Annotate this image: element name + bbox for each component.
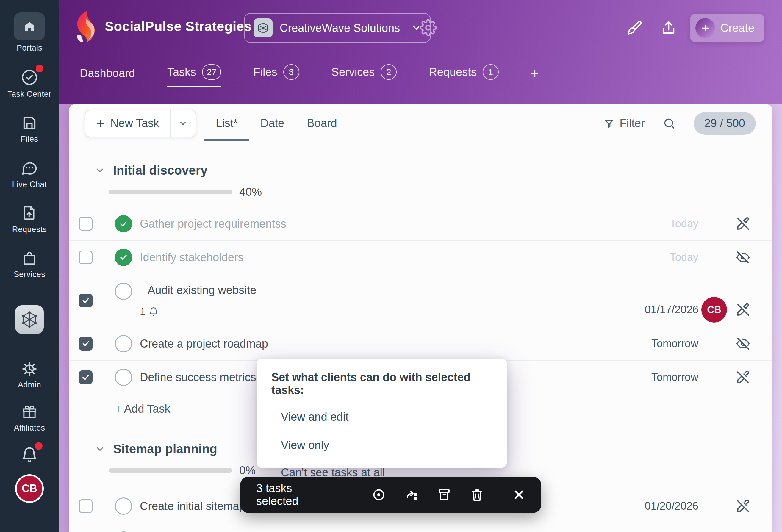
services-bag-icon (21, 250, 38, 267)
requests-count-badge: 1 (483, 64, 499, 80)
task-title[interactable]: Create initial sitemap (140, 500, 246, 513)
task-title[interactable]: Define success metrics (140, 371, 256, 384)
tab-dashboard[interactable]: Dashboard (80, 67, 135, 87)
client-selector[interactable]: CreativeWave Solutions (244, 13, 431, 43)
sidebar-item-task-center[interactable]: Task Center (0, 68, 59, 99)
selection-toolbar: 3 tasks selected (240, 477, 541, 513)
sidebar-item-label: Portals (17, 43, 42, 53)
tab-services[interactable]: Services2 (331, 64, 397, 87)
edit-off-icon[interactable] (736, 370, 750, 384)
tab-requests[interactable]: Requests1 (429, 64, 499, 87)
files-count-badge: 3 (283, 64, 299, 80)
eye-off-icon[interactable] (736, 250, 750, 264)
popup-option-view-only[interactable]: View only (281, 439, 507, 452)
task-center-notification-dot (36, 65, 43, 72)
task-select-checkbox[interactable] (79, 370, 93, 384)
sidebar-notifications[interactable] (0, 446, 59, 464)
task-select-checkbox[interactable] (79, 499, 93, 513)
archive-icon[interactable] (437, 488, 452, 502)
chevron-down-icon (179, 119, 187, 128)
task-row: Create a project roadmap Tomorrow (69, 327, 773, 360)
sidebar-item-affiliates[interactable]: Affiliates (0, 404, 59, 433)
edit-off-icon[interactable] (736, 499, 750, 513)
task-select-checkbox[interactable] (79, 294, 93, 307)
tasks-count-badge: 27 (202, 64, 221, 80)
edit-off-icon[interactable] (736, 217, 750, 231)
view-tab-list[interactable]: List* (216, 104, 238, 143)
view-tab-date[interactable]: Date (260, 104, 284, 143)
sidebar-item-portals[interactable]: Portals (0, 12, 59, 53)
delete-trash-icon[interactable] (470, 488, 484, 502)
task-complete-toggle[interactable] (115, 335, 132, 352)
share-export-icon[interactable] (660, 19, 677, 36)
progress-percent: 40% (239, 186, 262, 199)
task-check-icon (20, 68, 39, 86)
theme-paintbrush-icon[interactable] (626, 20, 643, 36)
progress-bar (109, 189, 232, 194)
task-row: Gather project requirementss Today (69, 207, 773, 240)
task-title[interactable]: Audit existing website (148, 284, 256, 297)
create-button[interactable]: + Create (690, 14, 764, 42)
home-tile (14, 12, 45, 40)
sidebar-item-label: Requests (12, 225, 47, 234)
sidebar-item-files[interactable]: Files (0, 114, 59, 144)
check-icon (81, 339, 90, 348)
new-task-label: New Task (110, 117, 159, 130)
sidebar-item-label: Task Center (7, 90, 51, 99)
selection-count-label: 3 tasks selected (256, 482, 335, 507)
task-row: Audit existing website 1 01/17/2026 CB (69, 274, 773, 327)
section-title: Initial discovery (113, 163, 207, 178)
sidebar-item-services[interactable]: Services (0, 250, 59, 279)
view-tab-board[interactable]: Board (307, 104, 337, 143)
popup-title: Set what clients can do with selected ta… (272, 371, 495, 397)
tab-files[interactable]: Files3 (253, 64, 299, 87)
search-icon[interactable] (663, 117, 676, 130)
sidebar-item-requests[interactable]: Requests (0, 205, 59, 234)
task-due-date: Tomorrow (627, 371, 699, 384)
task-capacity-badge: 29 / 500 (694, 112, 756, 135)
sidebar-item-live-chat[interactable]: Live Chat (0, 159, 59, 189)
task-title[interactable]: Create a project roadmap (140, 338, 268, 350)
files-icon (21, 114, 38, 132)
tab-tasks[interactable]: Tasks27 (167, 64, 221, 87)
section-toggle[interactable]: Initial discovery (95, 163, 773, 178)
task-complete-toggle[interactable] (115, 369, 132, 386)
user-avatar[interactable]: CB (15, 474, 44, 503)
task-title[interactable]: Gather project requirementss (140, 217, 286, 230)
gear-icon (21, 361, 38, 377)
check-icon (119, 219, 128, 228)
bell-icon (21, 446, 38, 464)
task-select-checkbox[interactable] (79, 251, 93, 264)
brand: SocialPulse Strategies (74, 11, 252, 42)
task-complete-toggle[interactable] (115, 497, 132, 515)
visibility-icon[interactable] (372, 488, 386, 502)
workspace-settings-gear-icon[interactable] (420, 19, 437, 36)
task-title[interactable]: Identify stakeholders (140, 251, 244, 264)
new-task-button[interactable]: +New Task (85, 110, 196, 137)
popup-option-view-and-edit[interactable]: View and edit (281, 411, 507, 423)
assignee-avatar[interactable]: CB (701, 297, 727, 323)
task-due-date: 01/17/2026 (627, 304, 699, 316)
edit-off-icon[interactable] (736, 303, 750, 317)
task-reminders: 1 (140, 306, 256, 317)
app-window: Portals Task Center Files Live Chat (0, 0, 782, 532)
eye-off-icon[interactable] (736, 336, 750, 351)
sidebar-client-logo[interactable] (15, 305, 44, 334)
sidebar-item-admin[interactable]: Admin (0, 361, 59, 389)
add-tab-button[interactable]: + (531, 66, 539, 87)
task-select-checkbox[interactable] (79, 337, 93, 351)
check-icon (81, 296, 90, 305)
task-select-checkbox[interactable] (79, 217, 93, 230)
task-due-date: Tomorrow (627, 338, 699, 350)
move-to-icon[interactable] (404, 488, 419, 502)
filter-button[interactable]: Filter (603, 117, 644, 130)
sidebar-item-label: Admin (18, 380, 41, 389)
task-complete-toggle[interactable] (115, 249, 132, 266)
task-complete-toggle[interactable] (115, 283, 132, 300)
task-complete-toggle[interactable] (115, 215, 132, 233)
new-task-dropdown-toggle[interactable] (170, 110, 196, 137)
gift-icon (21, 404, 38, 420)
close-icon[interactable] (513, 489, 525, 501)
client-selector-label: CreativeWave Solutions (280, 22, 400, 35)
section-header-initial-discovery: Initial discovery 40% (69, 143, 773, 207)
